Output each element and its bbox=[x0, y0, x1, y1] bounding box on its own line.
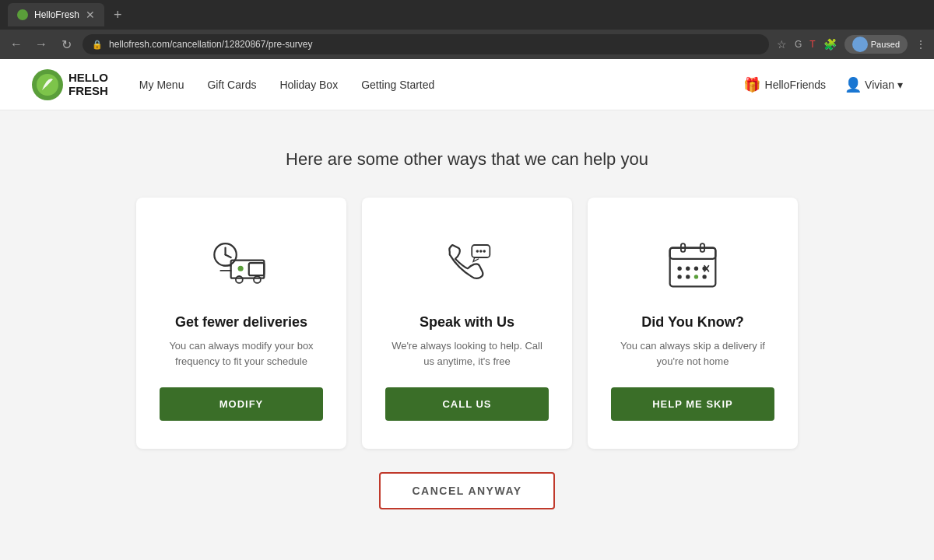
tab-title: HelloFresh bbox=[34, 9, 79, 20]
extension2-icon[interactable]: T bbox=[809, 39, 815, 50]
lock-icon: 🔒 bbox=[92, 40, 103, 50]
tab-close-button[interactable]: ✕ bbox=[86, 9, 95, 21]
calendar-skip-icon bbox=[662, 233, 724, 295]
gift-icon: 🎁 bbox=[743, 76, 760, 93]
chevron-down-icon: ▾ bbox=[897, 79, 903, 91]
modify-button[interactable]: MODIFY bbox=[160, 387, 323, 421]
paused-button[interactable]: Paused bbox=[844, 35, 908, 54]
extensions-icon[interactable]: G bbox=[795, 39, 802, 50]
active-tab[interactable]: HelloFresh ✕ bbox=[8, 3, 104, 26]
card-skip-desc: You can always skip a delivery if you're… bbox=[611, 338, 774, 369]
logo-text: HELLO FRESH bbox=[68, 72, 108, 97]
browser-tab-bar: HelloFresh ✕ + bbox=[0, 0, 934, 30]
address-bar-row: ← → ↻ 🔒 hellofresh.com/cancellation/1282… bbox=[0, 30, 934, 59]
calendar-icon-wrap bbox=[662, 229, 724, 299]
card-modify-title: Get fewer deliveries bbox=[175, 314, 307, 331]
svg-point-26 bbox=[694, 275, 698, 278]
phone-icon-wrap bbox=[436, 229, 498, 299]
svg-point-24 bbox=[677, 275, 681, 278]
logo[interactable]: HELLO FRESH bbox=[31, 68, 108, 101]
nav-getting-started[interactable]: Getting Started bbox=[361, 79, 434, 91]
cancel-anyway-button[interactable]: CANCEL ANYWAY bbox=[379, 472, 554, 509]
toolbar-icons: ☆ G T 🧩 Paused ⋮ bbox=[777, 35, 926, 54]
page-heading: Here are some other ways that we can hel… bbox=[31, 149, 903, 170]
tab-favicon bbox=[17, 9, 28, 20]
nav-holiday-box[interactable]: Holiday Box bbox=[279, 79, 338, 91]
svg-rect-6 bbox=[249, 263, 265, 275]
skip-button[interactable]: HELP ME SKIP bbox=[611, 387, 774, 421]
puzzle-icon[interactable]: 🧩 bbox=[823, 38, 837, 51]
card-modify: Get fewer deliveries You can always modi… bbox=[136, 198, 346, 449]
delivery-truck-icon bbox=[210, 233, 272, 295]
card-callus-desc: We're always looking to help. Call us an… bbox=[385, 338, 549, 369]
user-icon: 👤 bbox=[844, 76, 862, 93]
nav-gift-cards[interactable]: Gift Cards bbox=[207, 79, 256, 91]
new-tab-button[interactable]: + bbox=[114, 7, 122, 23]
svg-line-4 bbox=[226, 254, 231, 257]
svg-point-8 bbox=[254, 276, 261, 283]
reload-button[interactable]: ↻ bbox=[58, 37, 75, 52]
svg-point-7 bbox=[236, 276, 243, 283]
svg-point-13 bbox=[476, 250, 479, 253]
svg-rect-17 bbox=[670, 248, 716, 259]
svg-rect-16 bbox=[670, 248, 716, 287]
cancel-row: CANCEL ANYWAY bbox=[31, 472, 903, 509]
svg-point-21 bbox=[686, 267, 690, 271]
card-skip-title: Did You Know? bbox=[641, 314, 743, 331]
user-name: Vivian bbox=[865, 79, 894, 91]
menu-icon[interactable]: ⋮ bbox=[915, 38, 926, 51]
main-nav: My Menu Gift Cards Holiday Box Getting S… bbox=[139, 79, 434, 91]
svg-point-22 bbox=[694, 267, 698, 271]
card-modify-desc: You can always modify your box frequency… bbox=[160, 338, 323, 369]
card-skip: Did You Know? You can always skip a deli… bbox=[588, 198, 798, 449]
svg-point-15 bbox=[483, 250, 486, 253]
nav-my-menu[interactable]: My Menu bbox=[139, 79, 184, 91]
delivery-icon-wrap bbox=[210, 229, 272, 299]
cards-row: Get fewer deliveries You can always modi… bbox=[117, 198, 817, 449]
callus-button[interactable]: CALL US bbox=[385, 387, 549, 421]
site-header: HELLO FRESH My Menu Gift Cards Holiday B… bbox=[0, 59, 934, 110]
svg-point-20 bbox=[677, 267, 681, 271]
user-avatar-small bbox=[852, 37, 868, 52]
svg-point-25 bbox=[686, 275, 690, 278]
logo-icon bbox=[31, 68, 64, 101]
main-content: Here are some other ways that we can hel… bbox=[0, 110, 934, 560]
back-button[interactable]: ← bbox=[8, 37, 25, 51]
svg-point-14 bbox=[479, 250, 483, 253]
user-menu[interactable]: 👤 Vivian ▾ bbox=[844, 76, 903, 93]
card-callus-title: Speak with Us bbox=[420, 314, 514, 331]
hello-friends-label: HelloFriends bbox=[765, 79, 827, 91]
star-icon[interactable]: ☆ bbox=[777, 38, 787, 51]
svg-point-27 bbox=[702, 275, 706, 278]
hello-friends-link[interactable]: 🎁 HelloFriends bbox=[743, 76, 827, 93]
url-text: hellofresh.com/cancellation/12820867/pre… bbox=[109, 39, 313, 50]
paused-label: Paused bbox=[871, 40, 900, 49]
header-right: 🎁 HelloFriends 👤 Vivian ▾ bbox=[743, 76, 903, 93]
phone-chat-icon bbox=[436, 233, 498, 295]
address-bar[interactable]: 🔒 hellofresh.com/cancellation/12820867/p… bbox=[83, 34, 769, 54]
svg-point-11 bbox=[238, 266, 244, 271]
card-callus: Speak with Us We're always looking to he… bbox=[362, 198, 572, 449]
forward-button[interactable]: → bbox=[33, 37, 50, 51]
